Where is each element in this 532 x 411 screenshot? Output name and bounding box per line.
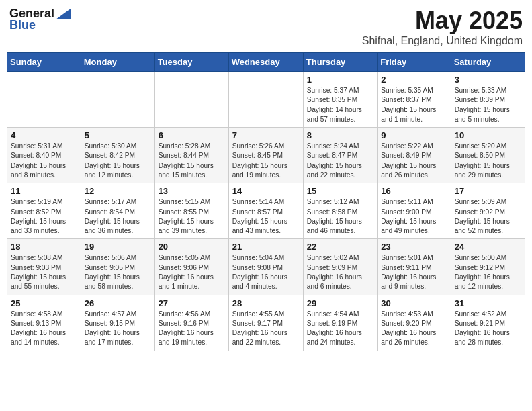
cell-text: Sunset: 9:16 PM [159,319,225,328]
cell-text: Sunrise: 5:17 AM [85,197,151,207]
cell-text: Daylight: 15 hours and 29 minutes. [455,161,521,181]
cell-text: Sunrise: 5:02 AM [307,253,373,263]
calendar-week-row: 1Sunrise: 5:37 AMSunset: 8:35 PMDaylight… [7,72,525,128]
cell-text: Sunset: 8:40 PM [11,151,77,161]
calendar-cell: 29Sunrise: 4:54 AMSunset: 9:19 PMDayligh… [303,295,377,351]
cell-text: Sunset: 9:20 PM [381,319,447,328]
cell-text: Sunset: 8:55 PM [159,208,225,217]
cell-text: Daylight: 16 hours and 19 minutes. [159,328,225,348]
calendar-cell: 6Sunrise: 5:28 AMSunset: 8:44 PMDaylight… [154,128,228,183]
cell-text: Daylight: 16 hours and 14 minutes. [11,328,77,348]
day-number: 23 [381,242,447,252]
cell-text: Sunrise: 5:33 AM [455,86,521,95]
cell-text: Sunset: 9:06 PM [159,263,225,273]
cell-text: Sunrise: 4:53 AM [381,310,447,319]
calendar-cell: 24Sunrise: 5:00 AMSunset: 9:12 PMDayligh… [451,239,525,295]
day-number: 6 [159,130,225,140]
cell-text: Sunset: 9:03 PM [11,263,77,273]
calendar-day-header: Thursday [303,53,377,72]
cell-text: Daylight: 16 hours and 22 minutes. [232,328,300,348]
cell-text: Sunrise: 5:35 AM [381,86,447,95]
calendar-cell: 26Sunrise: 4:57 AMSunset: 9:15 PMDayligh… [81,295,154,351]
day-number: 24 [455,242,521,252]
cell-text: Sunset: 9:21 PM [455,319,521,328]
day-number: 1 [307,75,373,85]
svg-marker-0 [56,9,71,19]
calendar-cell: 14Sunrise: 5:14 AMSunset: 8:57 PMDayligh… [228,183,303,239]
calendar-cell [228,72,303,128]
day-number: 3 [455,75,521,85]
day-number: 5 [85,130,151,140]
calendar-cell: 18Sunrise: 5:08 AMSunset: 9:03 PMDayligh… [7,239,81,295]
cell-text: Sunset: 8:54 PM [85,208,151,217]
cell-text: Sunrise: 5:04 AM [232,253,300,263]
cell-text: Sunrise: 5:30 AM [85,142,151,151]
day-number: 20 [159,242,225,252]
day-number: 14 [232,186,300,196]
cell-text: Sunrise: 5:14 AM [232,197,300,207]
cell-text: Sunset: 8:58 PM [307,208,373,217]
cell-text: Sunrise: 5:22 AM [381,142,447,151]
calendar-table: SundayMondayTuesdayWednesdayThursdayFrid… [7,52,525,351]
calendar-cell: 3Sunrise: 5:33 AMSunset: 8:39 PMDaylight… [451,72,525,128]
day-number: 16 [381,186,447,196]
calendar-cell: 8Sunrise: 5:24 AMSunset: 8:47 PMDaylight… [303,128,377,183]
cell-text: Daylight: 15 hours and 5 minutes. [455,105,521,125]
day-number: 28 [232,298,300,308]
calendar-day-header: Friday [378,53,451,72]
day-number: 26 [85,298,151,308]
day-number: 17 [455,186,521,196]
calendar-cell [7,72,81,128]
cell-text: Sunset: 9:13 PM [11,319,77,328]
cell-text: Sunrise: 5:26 AM [232,142,300,151]
cell-text: Sunset: 8:42 PM [85,151,151,161]
day-number: 12 [85,186,151,196]
calendar-cell: 2Sunrise: 5:35 AMSunset: 8:37 PMDaylight… [378,72,451,128]
calendar-cell: 11Sunrise: 5:19 AMSunset: 8:52 PMDayligh… [7,183,81,239]
cell-text: Sunrise: 4:57 AM [85,310,151,319]
calendar-cell: 12Sunrise: 5:17 AMSunset: 8:54 PMDayligh… [81,183,154,239]
calendar-cell: 16Sunrise: 5:11 AMSunset: 9:00 PMDayligh… [378,183,451,239]
calendar-cell: 15Sunrise: 5:12 AMSunset: 8:58 PMDayligh… [303,183,377,239]
cell-text: Sunrise: 5:06 AM [85,253,151,263]
day-number: 18 [11,242,77,252]
day-number: 7 [232,130,300,140]
calendar-week-row: 11Sunrise: 5:19 AMSunset: 8:52 PMDayligh… [7,183,525,239]
cell-text: Daylight: 15 hours and 19 minutes. [232,161,300,181]
calendar-cell: 17Sunrise: 5:09 AMSunset: 9:02 PMDayligh… [451,183,525,239]
cell-text: Sunrise: 5:15 AM [159,197,225,207]
cell-text: Sunrise: 4:54 AM [307,310,373,319]
cell-text: Daylight: 16 hours and 28 minutes. [455,328,521,348]
day-number: 15 [307,186,373,196]
cell-text: Sunset: 8:45 PM [232,151,300,161]
cell-text: Sunrise: 5:11 AM [381,197,447,207]
day-number: 2 [381,75,447,85]
day-number: 4 [11,130,77,140]
cell-text: Sunrise: 5:19 AM [11,197,77,207]
calendar-cell [154,72,228,128]
cell-text: Daylight: 15 hours and 46 minutes. [307,217,373,236]
cell-text: Sunrise: 5:31 AM [11,142,77,151]
cell-text: Daylight: 15 hours and 26 minutes. [381,161,447,181]
cell-text: Sunrise: 5:05 AM [159,253,225,263]
calendar-day-header: Wednesday [228,53,303,72]
calendar-cell: 28Sunrise: 4:55 AMSunset: 9:17 PMDayligh… [228,295,303,351]
cell-text: Sunset: 8:50 PM [455,151,521,161]
cell-text: Sunset: 9:17 PM [232,319,300,328]
calendar-cell: 31Sunrise: 4:52 AMSunset: 9:21 PMDayligh… [451,295,525,351]
cell-text: Sunset: 9:08 PM [232,263,300,273]
location: Shifnal, England, United Kingdom [362,35,523,47]
cell-text: Sunrise: 5:08 AM [11,253,77,263]
cell-text: Daylight: 15 hours and 12 minutes. [85,161,151,181]
cell-text: Sunrise: 5:37 AM [307,86,373,95]
calendar-header-row: SundayMondayTuesdayWednesdayThursdayFrid… [7,53,525,72]
cell-text: Daylight: 15 hours and 33 minutes. [11,217,77,236]
calendar-cell [81,72,154,128]
day-number: 21 [232,242,300,252]
day-number: 27 [159,298,225,308]
calendar-cell: 4Sunrise: 5:31 AMSunset: 8:40 PMDaylight… [7,128,81,183]
cell-text: Sunrise: 5:00 AM [455,253,521,263]
cell-text: Daylight: 15 hours and 43 minutes. [232,217,300,236]
calendar-cell: 7Sunrise: 5:26 AMSunset: 8:45 PMDaylight… [228,128,303,183]
cell-text: Sunset: 8:35 PM [307,95,373,105]
